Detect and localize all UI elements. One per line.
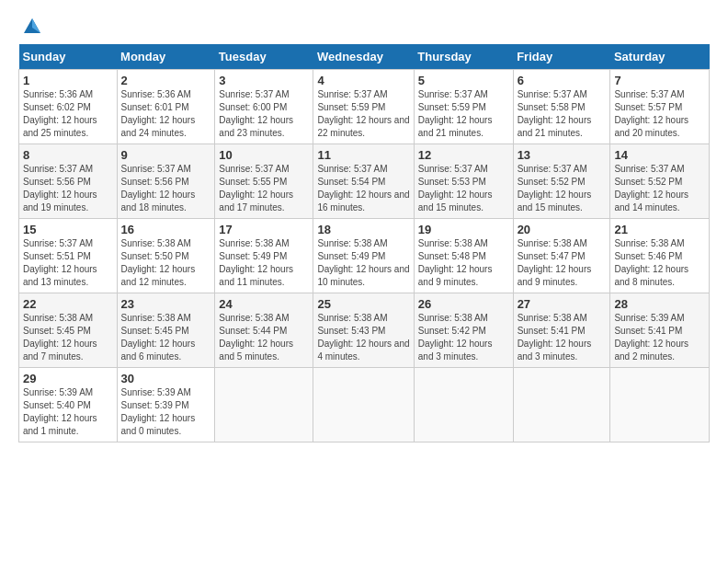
calendar-cell-w4-d0: 29Sunrise: 5:39 AMSunset: 5:40 PMDayligh… [19, 368, 118, 442]
day-number: 14 [614, 148, 705, 162]
calendar-cell-w3-d2: 24Sunrise: 5:38 AMSunset: 5:44 PMDayligh… [215, 293, 313, 368]
day-number: 22 [23, 297, 113, 311]
day-number: 7 [614, 74, 705, 87]
calendar-week-0: 1Sunrise: 5:36 AMSunset: 6:02 PMDaylight… [19, 70, 710, 144]
calendar-week-4: 29Sunrise: 5:39 AMSunset: 5:40 PMDayligh… [19, 368, 710, 442]
day-number: 3 [219, 74, 309, 87]
day-info: Sunrise: 5:38 AMSunset: 5:41 PMDaylight:… [518, 312, 607, 363]
calendar-week-3: 22Sunrise: 5:38 AMSunset: 5:45 PMDayligh… [19, 293, 710, 368]
day-info: Sunrise: 5:38 AMSunset: 5:44 PMDaylight:… [219, 312, 309, 363]
calendar-cell-w2-d5: 20Sunrise: 5:38 AMSunset: 5:47 PMDayligh… [513, 219, 610, 293]
day-number: 21 [614, 223, 705, 236]
day-number: 6 [518, 74, 607, 87]
day-info: Sunrise: 5:37 AMSunset: 5:56 PMDaylight:… [121, 163, 211, 214]
day-info: Sunrise: 5:38 AMSunset: 5:50 PMDaylight:… [121, 237, 211, 289]
calendar-cell-w2-d3: 18Sunrise: 5:38 AMSunset: 5:49 PMDayligh… [313, 219, 414, 293]
calendar-cell-w4-d5 [513, 368, 610, 442]
day-number: 11 [317, 148, 409, 162]
col-header-wednesday: Wednesday [313, 44, 414, 70]
day-info: Sunrise: 5:37 AMSunset: 5:54 PMDaylight:… [317, 163, 409, 214]
calendar-cell-w4-d6 [610, 368, 710, 442]
day-info: Sunrise: 5:37 AMSunset: 5:56 PMDaylight:… [23, 163, 113, 214]
day-number: 26 [418, 297, 509, 311]
day-number: 8 [23, 148, 113, 162]
calendar-cell-w2-d2: 17Sunrise: 5:38 AMSunset: 5:49 PMDayligh… [215, 219, 313, 293]
day-number: 27 [518, 297, 607, 311]
day-info: Sunrise: 5:39 AMSunset: 5:41 PMDaylight:… [614, 312, 705, 363]
day-number: 13 [518, 148, 607, 162]
col-header-friday: Friday [513, 44, 610, 70]
calendar-cell-w1-d3: 11Sunrise: 5:37 AMSunset: 5:54 PMDayligh… [313, 144, 414, 219]
day-info: Sunrise: 5:37 AMSunset: 5:59 PMDaylight:… [317, 88, 409, 140]
day-info: Sunrise: 5:38 AMSunset: 5:47 PMDaylight:… [518, 237, 607, 289]
day-number: 20 [518, 223, 607, 236]
col-header-tuesday: Tuesday [215, 44, 313, 70]
day-info: Sunrise: 5:37 AMSunset: 5:52 PMDaylight:… [614, 163, 705, 214]
day-info: Sunrise: 5:37 AMSunset: 5:52 PMDaylight:… [518, 163, 607, 214]
header [18, 17, 710, 37]
calendar-cell-w1-d4: 12Sunrise: 5:37 AMSunset: 5:53 PMDayligh… [414, 144, 513, 219]
day-info: Sunrise: 5:37 AMSunset: 5:58 PMDaylight:… [518, 88, 607, 140]
day-info: Sunrise: 5:38 AMSunset: 5:49 PMDaylight:… [317, 237, 409, 289]
day-info: Sunrise: 5:38 AMSunset: 5:45 PMDaylight:… [121, 312, 211, 363]
calendar-cell-w3-d1: 23Sunrise: 5:38 AMSunset: 5:45 PMDayligh… [117, 293, 215, 368]
calendar-cell-w1-d2: 10Sunrise: 5:37 AMSunset: 5:55 PMDayligh… [215, 144, 313, 219]
day-info: Sunrise: 5:37 AMSunset: 5:57 PMDaylight:… [614, 88, 705, 140]
day-number: 25 [317, 297, 409, 311]
calendar-cell-w0-d6: 7Sunrise: 5:37 AMSunset: 5:57 PMDaylight… [610, 70, 710, 144]
day-info: Sunrise: 5:37 AMSunset: 5:59 PMDaylight:… [418, 88, 509, 140]
day-number: 12 [418, 148, 509, 162]
calendar-cell-w2-d4: 19Sunrise: 5:38 AMSunset: 5:48 PMDayligh… [414, 219, 513, 293]
calendar-header-row: SundayMondayTuesdayWednesdayThursdayFrid… [19, 44, 710, 70]
calendar-cell-w0-d4: 5Sunrise: 5:37 AMSunset: 5:59 PMDaylight… [414, 70, 513, 144]
calendar-cell-w3-d6: 28Sunrise: 5:39 AMSunset: 5:41 PMDayligh… [610, 293, 710, 368]
day-info: Sunrise: 5:38 AMSunset: 5:43 PMDaylight:… [317, 312, 409, 363]
day-number: 23 [121, 297, 211, 311]
calendar-cell-w1-d0: 8Sunrise: 5:37 AMSunset: 5:56 PMDaylight… [19, 144, 118, 219]
calendar-cell-w0-d1: 2Sunrise: 5:36 AMSunset: 6:01 PMDaylight… [117, 70, 215, 144]
calendar-cell-w1-d5: 13Sunrise: 5:37 AMSunset: 5:52 PMDayligh… [513, 144, 610, 219]
calendar-cell-w3-d0: 22Sunrise: 5:38 AMSunset: 5:45 PMDayligh… [19, 293, 118, 368]
day-info: Sunrise: 5:38 AMSunset: 5:49 PMDaylight:… [219, 237, 309, 289]
day-info: Sunrise: 5:38 AMSunset: 5:45 PMDaylight:… [23, 312, 113, 363]
calendar-cell-w2-d6: 21Sunrise: 5:38 AMSunset: 5:46 PMDayligh… [610, 219, 710, 293]
calendar-cell-w4-d3 [313, 368, 414, 442]
day-info: Sunrise: 5:37 AMSunset: 5:51 PMDaylight:… [23, 237, 113, 289]
logo-icon [22, 17, 42, 37]
calendar-cell-w2-d0: 15Sunrise: 5:37 AMSunset: 5:51 PMDayligh… [19, 219, 118, 293]
day-number: 17 [219, 223, 309, 236]
day-number: 9 [121, 148, 211, 162]
calendar-cell-w4-d4 [414, 368, 513, 442]
day-number: 1 [23, 74, 113, 87]
day-number: 15 [23, 223, 113, 236]
day-info: Sunrise: 5:38 AMSunset: 5:42 PMDaylight:… [418, 312, 509, 363]
day-info: Sunrise: 5:36 AMSunset: 6:01 PMDaylight:… [121, 88, 211, 140]
calendar-week-2: 15Sunrise: 5:37 AMSunset: 5:51 PMDayligh… [19, 219, 710, 293]
day-number: 16 [121, 223, 211, 236]
calendar-cell-w3-d3: 25Sunrise: 5:38 AMSunset: 5:43 PMDayligh… [313, 293, 414, 368]
day-info: Sunrise: 5:39 AMSunset: 5:39 PMDaylight:… [121, 386, 211, 438]
day-info: Sunrise: 5:36 AMSunset: 6:02 PMDaylight:… [23, 88, 113, 140]
col-header-saturday: Saturday [610, 44, 710, 70]
day-number: 30 [121, 372, 211, 385]
day-number: 18 [317, 223, 409, 236]
calendar-cell-w3-d5: 27Sunrise: 5:38 AMSunset: 5:41 PMDayligh… [513, 293, 610, 368]
col-header-monday: Monday [117, 44, 215, 70]
calendar-cell-w0-d3: 4Sunrise: 5:37 AMSunset: 5:59 PMDaylight… [313, 70, 414, 144]
calendar-cell-w1-d6: 14Sunrise: 5:37 AMSunset: 5:52 PMDayligh… [610, 144, 710, 219]
day-number: 29 [23, 372, 113, 385]
day-info: Sunrise: 5:38 AMSunset: 5:46 PMDaylight:… [614, 237, 705, 289]
calendar-cell-w3-d4: 26Sunrise: 5:38 AMSunset: 5:42 PMDayligh… [414, 293, 513, 368]
day-info: Sunrise: 5:38 AMSunset: 5:48 PMDaylight:… [418, 237, 509, 289]
calendar-cell-w2-d1: 16Sunrise: 5:38 AMSunset: 5:50 PMDayligh… [117, 219, 215, 293]
calendar-cell-w1-d1: 9Sunrise: 5:37 AMSunset: 5:56 PMDaylight… [117, 144, 215, 219]
day-number: 19 [418, 223, 509, 236]
day-info: Sunrise: 5:37 AMSunset: 5:53 PMDaylight:… [418, 163, 509, 214]
day-number: 24 [219, 297, 309, 311]
day-number: 10 [219, 148, 309, 162]
col-header-sunday: Sunday [19, 44, 118, 70]
col-header-thursday: Thursday [414, 44, 513, 70]
day-number: 4 [317, 74, 409, 87]
logo [18, 17, 42, 37]
calendar-week-1: 8Sunrise: 5:37 AMSunset: 5:56 PMDaylight… [19, 144, 710, 219]
